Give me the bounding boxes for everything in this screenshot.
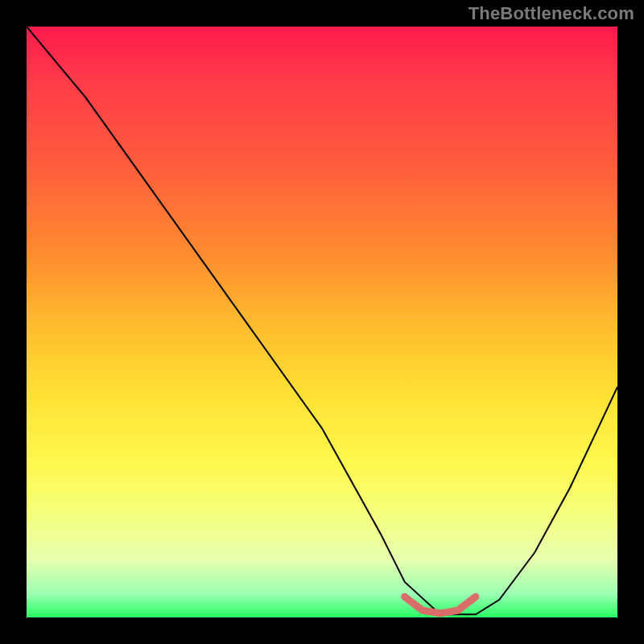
optimal-range [405,597,476,613]
curve-layer [27,27,617,617]
chart-frame: TheBottleneck.com [0,0,644,644]
attribution-text: TheBottleneck.com [469,3,634,24]
plot-area [27,27,617,617]
bottleneck-curve [27,27,617,614]
